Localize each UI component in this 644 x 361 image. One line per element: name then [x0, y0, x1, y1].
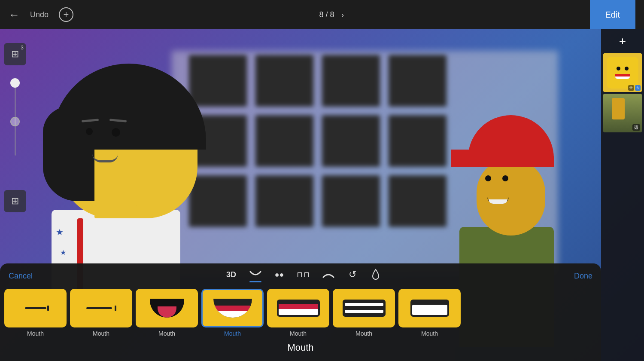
tab-glasses[interactable]: ⊓⊓ [295, 270, 312, 282]
tab-drop[interactable] [368, 269, 383, 284]
mouth-tile-7 [398, 289, 461, 327]
mouth-tile-4 [201, 289, 264, 327]
rotate-tab-icon: ↺ [349, 269, 356, 280]
mouth-label-5: Mouth [290, 330, 307, 337]
mouth-tile-6 [333, 289, 395, 327]
mouth-option-6[interactable]: Mouth [333, 289, 395, 337]
mouth-option-1[interactable]: Mouth [4, 289, 67, 337]
bottom-panel: Cancel 3D ●● ⊓⊓ [0, 263, 601, 361]
slider-container [15, 78, 16, 156]
grid-icon: ⊞ [11, 196, 19, 207]
slider-track[interactable] [15, 78, 16, 156]
mouth-option-5[interactable]: Mouth [267, 289, 329, 337]
mouth-label-3: Mouth [158, 330, 175, 337]
cancel-button[interactable]: Cancel [9, 272, 33, 281]
undo-button[interactable]: Undo [30, 10, 49, 19]
tab-rotate[interactable]: ↺ [345, 269, 360, 283]
mouth-option-2[interactable]: Mouth [70, 289, 132, 337]
mouth-label-2: Mouth [93, 330, 109, 337]
slider-thumb-bottom[interactable] [10, 117, 20, 126]
mouth-label-7: Mouth [421, 330, 438, 337]
top-toolbar: ← Undo + 8 / 8 › Edit [0, 0, 644, 29]
slider-thumb-top[interactable] [10, 78, 20, 88]
layers-icon: ⊞ [11, 49, 19, 60]
add-icon: + [64, 9, 69, 20]
thumbnail-1[interactable]: 👁 ✎ [603, 53, 642, 92]
tab-brow[interactable] [320, 270, 337, 282]
mouth-tile-2 [70, 289, 132, 327]
face-icons-row: 3D ●● ⊓⊓ [224, 269, 383, 284]
back-button[interactable]: ← [9, 9, 20, 20]
tab-indicator-drop [370, 282, 382, 284]
add-photo-button[interactable]: + [619, 34, 626, 48]
add-button[interactable]: + [59, 7, 73, 22]
right-panel: + 👁 ✎ 🖼 [601, 29, 644, 361]
mouth-label-1: Mouth [27, 330, 44, 337]
tab-3d[interactable]: 3D [224, 270, 239, 282]
mouth-option-3[interactable]: Mouth [136, 289, 198, 337]
tab-indicator-eyes [273, 281, 286, 282]
tab-indicator-brow [322, 281, 334, 282]
face-tabs: Cancel 3D ●● ⊓⊓ [0, 263, 601, 287]
mouth-tab-icon [249, 270, 262, 279]
done-button[interactable]: Done [574, 272, 592, 281]
tab-3d-label: 3D [226, 270, 236, 279]
mouth-tile-3 [136, 289, 198, 327]
layer-badge[interactable]: ⊞ 3 [4, 43, 26, 65]
toolbar-left: ← Undo + [9, 7, 73, 22]
tab-indicator-mouth [249, 281, 261, 282]
thumbnail-2[interactable]: 🖼 [603, 94, 642, 132]
brow-tab-icon [322, 270, 335, 279]
mouth-option-7[interactable]: Mouth [398, 289, 461, 337]
mouth-option-4[interactable]: Mouth [201, 289, 264, 337]
tab-indicator-3d [225, 281, 237, 282]
glasses-tab-icon: ⊓⊓ [297, 270, 310, 279]
mouth-label-6: Mouth [355, 330, 372, 337]
eyes-tab-icon: ●● [275, 270, 284, 279]
tab-indicator-rotate [346, 282, 358, 283]
pagination: 8 / 8 [319, 10, 334, 19]
mouth-tile-1 [4, 289, 67, 327]
grid-button[interactable]: ⊞ [4, 190, 26, 212]
tab-mouth[interactable] [247, 270, 264, 282]
left-panel: ⊞ 3 ⊞ [0, 43, 30, 212]
layer-count: 3 [21, 45, 24, 51]
mouth-label-4: Mouth [224, 330, 241, 337]
mouth-options: Mouth Mouth Mouth [0, 287, 601, 340]
mouth-tile-5 [267, 289, 329, 327]
tab-indicator-glasses [298, 281, 310, 282]
tab-eyes[interactable]: ●● [272, 270, 287, 282]
edit-button[interactable]: Edit [590, 0, 635, 29]
drop-tab-icon [371, 269, 380, 281]
selected-mouth-name: Mouth [0, 340, 601, 357]
next-button[interactable]: › [341, 10, 344, 20]
toolbar-center: 8 / 8 › [319, 10, 344, 20]
